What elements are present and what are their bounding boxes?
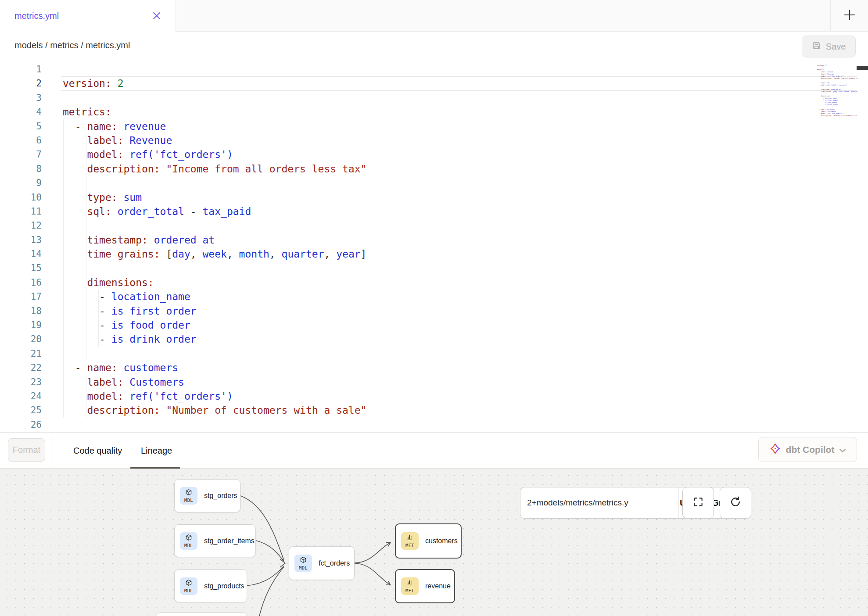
toolbar-divider [53, 433, 53, 469]
lineage-node-customers[interactable]: METcustomers [395, 523, 462, 559]
code-text: time_grains: [day, week, month, quarter,… [63, 247, 366, 261]
code-line-16[interactable]: 16 dimensions: [0, 276, 868, 290]
code-line-3[interactable]: 3 [0, 91, 868, 105]
line-number: 8 [0, 162, 42, 176]
code-editor[interactable]: 12version: 234metrics:5 - name: revenue6… [0, 59, 868, 432]
dbt-copilot-label: dbt Copilot [786, 444, 835, 455]
code-line-19[interactable]: 19 - is_food_order [0, 318, 868, 332]
code-text: - name: customers [63, 361, 178, 375]
code-line-15[interactable]: 15 [0, 261, 868, 275]
line-number: 22 [0, 361, 42, 375]
line-number: 2 [0, 76, 42, 90]
node-label: stg_products [204, 582, 244, 590]
code-line-17[interactable]: 17 - location_name [0, 290, 868, 304]
badge-label: MET [405, 543, 414, 548]
line-number: 18 [0, 304, 42, 318]
line-number: 12 [0, 218, 42, 233]
new-tab-button[interactable] [830, 0, 868, 32]
code-line-8[interactable]: 8 description: "Income from all orders l… [0, 162, 868, 176]
line-number: 19 [0, 318, 42, 332]
lineage-node-stg_products[interactable]: MDLstg_products [174, 569, 247, 602]
code-line-24[interactable]: 24 model: ref('fct_orders') [0, 389, 868, 403]
code-line-26[interactable] [817, 117, 857, 119]
code-text: - is_first_order [63, 304, 197, 318]
cube-icon [300, 556, 307, 565]
code-line-22[interactable]: 22 - name: customers [0, 361, 868, 375]
lineage-node-stg_order_items[interactable]: MDLstg_order_items [174, 524, 256, 557]
code-line-9[interactable]: 9 [0, 176, 868, 190]
code-text: model: ref('fct_orders') [63, 147, 233, 161]
close-tab-icon[interactable] [150, 9, 163, 22]
code-line-10[interactable]: 10 type: sum [0, 190, 868, 204]
code-text: description: "Income from all orders les… [63, 162, 366, 176]
code-line-20[interactable]: 20 - is_drink_order [0, 332, 868, 346]
code-line-26[interactable]: 26 [0, 418, 868, 432]
badge-label: MDL [184, 498, 193, 503]
line-number: 11 [0, 204, 42, 218]
line-number: 16 [0, 276, 42, 290]
code-text: timestamp: ordered_at [63, 233, 215, 247]
code-line-2[interactable]: 2version: 2 [0, 76, 868, 90]
node-label: customers [425, 537, 458, 545]
lineage-selector-input[interactable] [520, 498, 678, 508]
code-line-21[interactable]: 21 [0, 347, 868, 361]
code-text: metrics: [63, 105, 111, 119]
tab-lineage[interactable]: Lineage [141, 433, 172, 469]
format-button[interactable]: Format [8, 438, 45, 462]
refresh-graph-button[interactable] [720, 487, 751, 519]
lineage-canvas[interactable]: MDLstg_ordersMDLstg_order_itemsMDLstg_pr… [0, 469, 868, 616]
editor-scrollbar[interactable] [857, 59, 868, 432]
code-line-13[interactable]: 13 timestamp: ordered_at [0, 233, 868, 247]
breadcrumb: models / metrics / metrics.yml [14, 32, 130, 59]
badge-label: MDL [184, 543, 193, 548]
fullscreen-button[interactable] [682, 487, 714, 519]
code-text: model: ref('fct_orders') [63, 389, 233, 403]
line-number: 24 [0, 389, 42, 403]
chevron-down-icon [839, 444, 846, 455]
line-number: 15 [0, 261, 42, 275]
plus-icon [843, 8, 857, 24]
tab-metrics-yml[interactable]: metrics.yml [0, 0, 176, 32]
code-line-7[interactable]: 7 model: ref('fct_orders') [0, 147, 868, 161]
editor-lines: 12version: 234metrics:5 - name: revenue6… [0, 62, 868, 432]
lineage-node-revenue[interactable]: METrevenue [395, 569, 455, 603]
code-text: type: sum [63, 190, 142, 204]
node-label: revenue [425, 582, 451, 590]
badge-label: MDL [184, 588, 193, 593]
line-number: 21 [0, 347, 42, 361]
dbt-copilot-button[interactable]: dbt Copilot [758, 437, 857, 462]
minimap[interactable]: version: 2metrics: - name: revenue label… [817, 62, 857, 163]
tab-code-quality[interactable]: Code quality [73, 433, 122, 469]
line-number: 5 [0, 119, 42, 133]
code-text: - is_food_order [63, 318, 190, 332]
fullscreen-icon [692, 496, 704, 509]
lineage-node-fct_orders[interactable]: MDLfct_orders [289, 546, 355, 580]
badge-label: MDL [299, 565, 308, 570]
line-number: 14 [0, 247, 42, 261]
code-line-14[interactable]: 14 time_grains: [day, week, month, quart… [0, 247, 868, 261]
code-line-18[interactable]: 18 - is_first_order [0, 304, 868, 318]
save-button[interactable]: Save [802, 36, 856, 57]
code-line-5[interactable]: 5 - name: revenue [0, 119, 868, 133]
line-number: 9 [0, 176, 42, 190]
lineage-node-partial_node[interactable] [156, 612, 247, 616]
line-number: 20 [0, 332, 42, 346]
code-line-6[interactable]: 6 label: Revenue [0, 133, 868, 147]
code-line-11[interactable]: 11 sql: order_total - tax_paid [0, 204, 868, 218]
cube-icon [185, 534, 192, 543]
node-label: fct_orders [319, 559, 350, 567]
ide-window: metrics.yml models / metrics / metrics.y… [0, 0, 868, 616]
code-text: description: "Number of customers with a… [63, 403, 366, 417]
lineage-node-stg_orders[interactable]: MDLstg_orders [174, 479, 240, 512]
model-badge: MDL [180, 487, 197, 505]
bar-chart-icon [406, 579, 413, 588]
line-number: 1 [0, 62, 42, 76]
code-line-4[interactable]: 4metrics: [0, 105, 868, 119]
dbt-copilot-icon [769, 443, 781, 457]
code-line-12[interactable]: 12 [0, 218, 868, 233]
code-line-1[interactable]: 1 [0, 62, 868, 76]
line-number: 17 [0, 290, 42, 304]
line-number: 23 [0, 375, 42, 389]
code-line-25[interactable]: 25 description: "Number of customers wit… [0, 403, 868, 417]
code-line-23[interactable]: 23 label: Customers [0, 375, 868, 389]
